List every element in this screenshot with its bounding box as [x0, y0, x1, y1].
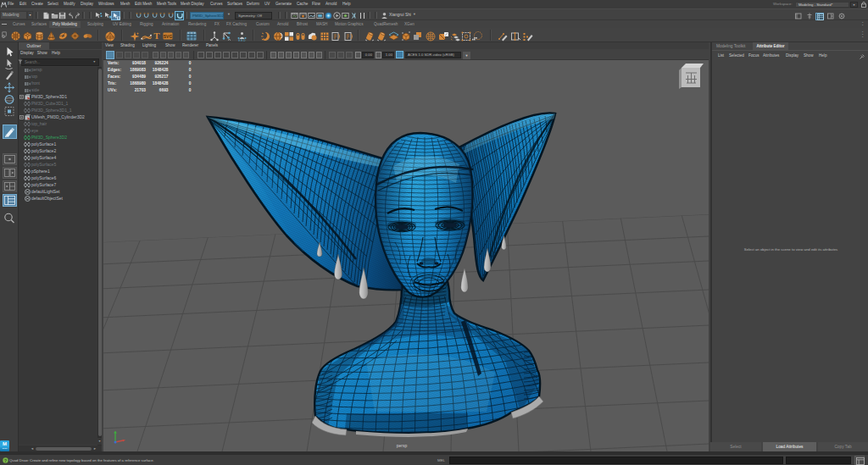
svg-text:?: ?: [4, 459, 7, 463]
svg-text:SVG: SVG: [164, 33, 173, 38]
svg-text:E.E.D: E.E.D: [238, 38, 246, 42]
svg-text:persp: persp: [397, 443, 408, 448]
